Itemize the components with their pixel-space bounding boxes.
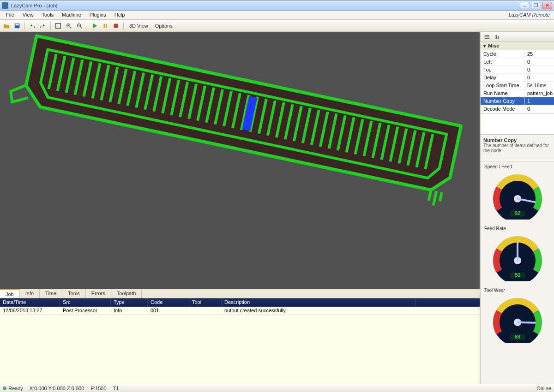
prop-val[interactable]: 0 [524, 66, 554, 73]
zoom-out-button[interactable] [75, 21, 84, 30]
log-tab-time[interactable]: Time [40, 289, 62, 298]
menu-view[interactable]: View [18, 11, 38, 19]
prop-row[interactable]: Top0 [481, 66, 554, 74]
side-toolbar [481, 32, 554, 42]
log-tab-tools[interactable]: Tools [62, 289, 86, 298]
close-button[interactable]: ✕ [542, 2, 552, 9]
zoom-in-button[interactable] [64, 21, 73, 30]
log-body[interactable]: 12/06/2013 13:27Post ProcessorInfo001out… [0, 307, 480, 384]
log-cell: Post Processor [60, 307, 111, 314]
gauges-panel: Speed / Feed 92 Feed Rate 50 Tool Wear 8… [481, 161, 554, 384]
svg-rect-2 [56, 23, 61, 28]
pause-button[interactable] [101, 21, 110, 30]
toolbar: 3D View Options [0, 20, 554, 32]
viewport-3d[interactable] [0, 32, 480, 289]
svg-rect-10 [104, 24, 105, 28]
log-pane: Job Info Time Tools Errors Toolpath Date… [0, 289, 480, 384]
log-cell: output created successfully [222, 307, 416, 314]
log-tab-info[interactable]: Info [20, 289, 40, 298]
options-label[interactable]: Options [152, 23, 175, 29]
menubar: File View Tools Machine Plugins Help Laz… [0, 11, 554, 20]
prop-val[interactable]: pattern_job [524, 89, 554, 97]
menu-plugins[interactable]: Plugins [85, 11, 110, 19]
prop-key: Cycle [481, 50, 524, 58]
svg-line-4 [70, 26, 72, 28]
log-tabs: Job Info Time Tools Errors Toolpath [0, 289, 480, 298]
svg-rect-1 [16, 24, 19, 25]
prop-val[interactable]: 1 [524, 97, 554, 105]
maximize-button[interactable]: ❐ [531, 2, 541, 9]
side-panel: ▾Misc Cycle25Left0Top0Delay0Loop Start T… [480, 32, 554, 384]
log-col-3[interactable]: Code [148, 298, 189, 307]
open-button[interactable] [2, 21, 11, 30]
property-grid[interactable]: ▾Misc Cycle25Left0Top0Delay0Loop Start T… [481, 42, 554, 113]
svg-text:88: 88 [514, 334, 520, 339]
prop-row[interactable]: Number Copy1 [481, 97, 554, 105]
menu-tools[interactable]: Tools [37, 11, 58, 19]
svg-text:92: 92 [514, 210, 520, 216]
stop-button[interactable] [111, 21, 120, 30]
svg-line-59 [434, 191, 437, 205]
status-coords: X:0.000 Y:0.000 Z:0.000 [30, 386, 84, 391]
prop-key: Loop Start Time [481, 82, 524, 89]
svg-text:50: 50 [514, 272, 520, 278]
statusbar: Ready X:0.000 Y:0.000 Z:0.000 F:1500 T1 … [0, 384, 554, 392]
log-col-0[interactable]: Date/Time [0, 298, 60, 307]
prop-row[interactable]: Left0 [481, 58, 554, 66]
prop-key: Delay [481, 74, 524, 81]
log-col-1[interactable]: Src [60, 298, 111, 307]
prop-sort-button[interactable] [493, 32, 502, 42]
menu-machine[interactable]: Machine [58, 11, 85, 19]
minimize-button[interactable]: – [520, 2, 530, 9]
prop-row[interactable]: Decode Mode0 [481, 105, 554, 113]
prop-row[interactable]: Loop Start Time5s 18ms [481, 82, 554, 89]
run-button[interactable] [90, 21, 99, 30]
gauge-2: Tool Wear 88 [481, 285, 554, 347]
titlebar: LazyCam Pro - [Job] – ❐ ✕ [0, 0, 554, 11]
property-description: Number Copy The number of items defined … [481, 135, 554, 161]
gauge-1: Feed Rate 50 [481, 223, 554, 285]
save-button[interactable] [12, 21, 22, 30]
menu-help[interactable]: Help [110, 11, 129, 19]
prop-val[interactable]: 25 [524, 50, 554, 58]
log-col-4[interactable]: Tool [189, 298, 222, 307]
log-tab-errors[interactable]: Errors [86, 289, 111, 298]
gauge-0: Speed / Feed 92 [481, 161, 554, 223]
app-icon [2, 2, 8, 9]
undo-button[interactable] [28, 21, 37, 30]
svg-line-58 [429, 190, 431, 201]
prop-val[interactable]: 0 [524, 58, 554, 65]
prop-row[interactable]: Cycle25 [481, 50, 554, 58]
redo-button[interactable] [38, 21, 48, 30]
prop-val[interactable]: 0 [524, 74, 554, 81]
prop-key: Left [481, 58, 524, 65]
log-col-5[interactable]: Description [222, 298, 416, 307]
log-col-2[interactable]: Type [111, 298, 148, 307]
prop-row[interactable]: Run Namepattern_job [481, 89, 554, 97]
prop-val[interactable]: 0 [524, 105, 554, 113]
svg-rect-62 [485, 36, 490, 37]
status-dot-icon [3, 386, 6, 390]
gauge-title: Speed / Feed [484, 163, 512, 171]
menu-file[interactable]: File [2, 11, 18, 19]
view-mode-label[interactable]: 3D View [126, 23, 151, 29]
log-tab-job[interactable]: Job [0, 289, 20, 298]
svg-line-60 [440, 192, 442, 201]
status-tool: T1 [113, 386, 119, 391]
status-ready: Ready [8, 386, 23, 391]
log-cell [189, 307, 222, 314]
log-cell: Info [111, 307, 148, 314]
status-feed: F:1500 [90, 386, 106, 391]
prop-key: Top [481, 66, 524, 73]
prop-key: Decode Mode [481, 105, 524, 113]
log-tab-toolpath[interactable]: Toolpath [111, 289, 142, 298]
prop-key: Run Name [481, 89, 524, 97]
prop-cat-button[interactable] [482, 32, 492, 42]
prop-category[interactable]: ▾Misc [481, 42, 554, 50]
status-conn: Online [536, 386, 551, 391]
svg-rect-11 [106, 24, 107, 28]
zoom-fit-button[interactable] [54, 21, 63, 30]
svg-rect-12 [114, 24, 118, 28]
prop-val[interactable]: 5s 18ms [524, 82, 554, 89]
prop-row[interactable]: Delay0 [481, 74, 554, 82]
